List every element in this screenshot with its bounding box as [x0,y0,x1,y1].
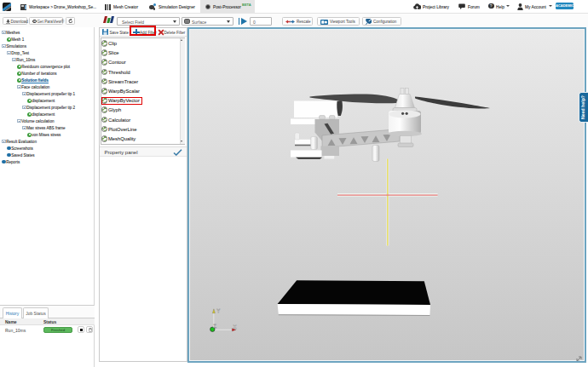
svg-text:Y: Y [216,307,220,313]
svg-text:Z: Z [213,323,216,328]
svg-text:X: X [233,324,237,330]
